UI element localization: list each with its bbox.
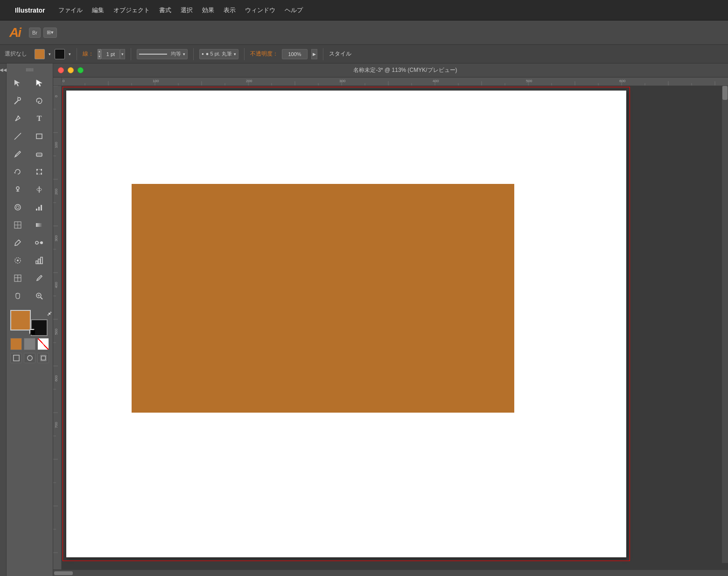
collapse-panel-button[interactable]: ◀◀ — [0, 63, 7, 576]
opacity-label[interactable]: 不透明度： — [250, 50, 278, 58]
menu-file[interactable]: ファイル — [58, 6, 83, 14]
artboard-container — [62, 86, 728, 569]
canvas-scroll[interactable]: 0 100 200 300 400 500 600 700 — [53, 86, 728, 569]
tool-row-6 — [7, 181, 52, 198]
width-tool[interactable] — [29, 181, 49, 198]
draw-mode-btn-3[interactable] — [37, 353, 49, 363]
svg-rect-11 — [41, 169, 42, 170]
traffic-maximize[interactable] — [77, 67, 84, 73]
line-tool[interactable] — [7, 128, 28, 145]
svg-text:100: 100 — [54, 141, 58, 148]
svg-rect-49 — [41, 356, 45, 360]
column-chart-tool[interactable] — [29, 252, 49, 269]
menu-help[interactable]: ヘルプ — [285, 6, 303, 14]
canvas-area: 名称未定-3* @ 113% (CMYK/プレビュー) — [53, 63, 728, 576]
stroke-width-input[interactable] — [101, 49, 120, 59]
menu-effect[interactable]: 効果 — [202, 6, 214, 14]
direct-selection-tool[interactable] — [29, 75, 49, 91]
tool-row-8 — [7, 217, 52, 233]
svg-rect-47 — [13, 355, 19, 361]
artboard[interactable] — [66, 91, 626, 557]
chart-tool[interactable] — [29, 199, 49, 216]
stroke-label: 線： — [83, 50, 94, 58]
brush-label: ● 5 pt. 丸筆 — [206, 50, 232, 57]
opacity-input[interactable] — [282, 49, 308, 59]
paintbrush-tool[interactable] — [29, 270, 49, 287]
svg-rect-22 — [36, 209, 37, 211]
swap-colors-icon[interactable] — [47, 310, 52, 316]
brown-rectangle[interactable] — [132, 184, 514, 413]
lasso-tool[interactable] — [29, 92, 49, 109]
opacity-arrow-icon[interactable]: ▶ — [311, 49, 317, 59]
bridge-button[interactable]: Br — [29, 28, 41, 38]
stroke-up-btn[interactable]: ▲ ▼ — [98, 49, 101, 59]
svg-text:0: 0 — [54, 95, 58, 97]
workspace-button[interactable]: ⊞▾ — [43, 28, 57, 38]
gradient-tool[interactable] — [29, 217, 49, 233]
stroke-width-chevron-icon[interactable]: ▾ — [120, 49, 125, 59]
horizontal-scrollbar[interactable] — [53, 569, 728, 576]
rotate-tool[interactable] — [7, 163, 28, 180]
pen-tool[interactable] — [7, 110, 28, 127]
svg-point-21 — [16, 206, 19, 209]
traffic-minimize[interactable] — [68, 67, 74, 73]
svg-text:200: 200 — [246, 79, 252, 83]
magic-wand-tool[interactable] — [7, 92, 28, 109]
blend-tool[interactable] — [29, 234, 49, 251]
default-colors-icon[interactable] — [29, 329, 35, 335]
document-window: 名称未定-3* @ 113% (CMYK/プレビュー) — [53, 63, 728, 576]
free-transform-tool[interactable] — [29, 163, 49, 180]
menu-view[interactable]: 表示 — [224, 6, 236, 14]
mini-none-swatch[interactable] — [37, 338, 49, 350]
svg-rect-36 — [38, 259, 40, 264]
fill-color-box[interactable] — [10, 310, 31, 330]
stroke-color-swatch[interactable] — [55, 49, 65, 59]
puppet-warp-tool[interactable] — [7, 181, 28, 198]
menu-edit[interactable]: 編集 — [92, 6, 104, 14]
illustrator-logo: Ai — [4, 25, 26, 40]
selection-tool[interactable] — [7, 75, 28, 91]
tool-row-9 — [7, 234, 52, 251]
draw-mode-btn-2[interactable] — [24, 353, 35, 363]
tool-row-0 — [7, 75, 52, 91]
slice-tool[interactable] — [7, 270, 28, 287]
tool-row-5 — [7, 163, 52, 180]
brush-selector[interactable]: ● ● 5 pt. 丸筆 ▾ — [199, 49, 238, 59]
traffic-close[interactable] — [58, 67, 64, 73]
svg-rect-37 — [41, 257, 42, 264]
menu-object[interactable]: オブジェクト — [113, 6, 150, 14]
fill-chevron-icon[interactable]: ▾ — [49, 52, 51, 56]
svg-line-42 — [41, 297, 42, 299]
pencil-tool[interactable] — [7, 146, 28, 162]
selection-status: 選択なし — [5, 50, 27, 58]
svg-point-34 — [17, 260, 19, 261]
toolbox: |||||||| T — [7, 63, 53, 576]
menu-window[interactable]: ウィンドウ — [245, 6, 275, 14]
svg-rect-5 — [36, 134, 42, 139]
ruler-indicator: |||||||| — [26, 67, 34, 71]
svg-text:700: 700 — [54, 421, 58, 428]
svg-point-14 — [16, 187, 19, 190]
draw-mode-btn-1[interactable] — [10, 353, 22, 363]
fill-color-swatch[interactable] — [35, 49, 45, 59]
mesh-tool[interactable] — [7, 217, 28, 233]
zoom-tool[interactable] — [29, 288, 49, 304]
eraser-tool[interactable] — [29, 146, 49, 162]
stroke-style-selector[interactable]: 均等 ▾ — [137, 49, 188, 59]
eyedropper-tool[interactable] — [7, 234, 28, 251]
tool-row-11 — [7, 270, 52, 287]
stroke-chevron-icon[interactable]: ▾ — [69, 52, 71, 56]
menu-type[interactable]: 書式 — [159, 6, 171, 14]
mini-fill-swatch[interactable] — [10, 338, 22, 350]
mini-gray-swatch[interactable] — [24, 338, 35, 350]
vertical-scrollbar[interactable] — [721, 86, 728, 563]
type-tool[interactable]: T — [29, 110, 49, 127]
svg-text:0: 0 — [63, 79, 65, 83]
symbol-spray-tool[interactable] — [7, 252, 28, 269]
toolbox-colors — [7, 308, 52, 365]
svg-line-0 — [14, 100, 18, 104]
rectangle-tool[interactable] — [29, 128, 49, 145]
warp-tool[interactable] — [7, 199, 28, 216]
menu-select[interactable]: 選択 — [181, 6, 193, 14]
hand-tool[interactable] — [7, 288, 28, 304]
